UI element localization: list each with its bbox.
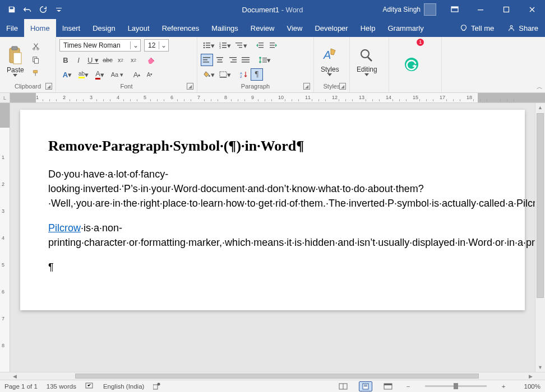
tab-layout[interactable]: Layout	[122, 19, 156, 37]
ribbon-display-options-icon[interactable]	[442, 0, 468, 19]
font-size-combo[interactable]: 12⌄	[144, 39, 169, 52]
minimize-button[interactable]	[468, 0, 493, 19]
grow-font-icon[interactable]: A▴	[131, 68, 143, 81]
scroll-left-icon[interactable]: ◀	[10, 374, 19, 379]
align-right-icon[interactable]	[227, 54, 239, 66]
horizontal-ruler[interactable]: 1234567891011121314151718	[10, 93, 545, 103]
svg-rect-23	[222, 47, 227, 48]
font-name-combo[interactable]: Times New Roman⌄	[59, 39, 141, 52]
language-indicator[interactable]: English (India)	[103, 383, 145, 390]
macro-recording-icon[interactable]	[153, 382, 161, 390]
copy-icon[interactable]	[30, 54, 42, 66]
font-dialog-launcher[interactable]: ◢	[187, 83, 193, 90]
bold-button[interactable]: B	[59, 54, 72, 66]
tell-me[interactable]: Tell me	[453, 19, 501, 37]
zoom-out-button[interactable]: −	[404, 383, 413, 390]
tab-references[interactable]: References	[156, 19, 205, 37]
underline-button[interactable]: U ▾	[85, 54, 101, 66]
decrease-indent-icon[interactable]	[254, 39, 266, 52]
redo-icon[interactable]	[36, 3, 50, 16]
account-user[interactable]: Aditya Singh	[383, 3, 436, 16]
document-name: Document1	[242, 6, 279, 14]
undo-icon[interactable]	[20, 3, 35, 16]
svg-rect-28	[258, 45, 264, 45]
svg-rect-65	[384, 384, 392, 385]
svg-point-54	[361, 50, 369, 58]
superscript-button[interactable]: x2	[127, 54, 140, 66]
increase-indent-icon[interactable]	[267, 39, 279, 52]
svg-rect-50	[220, 77, 227, 78]
line-spacing-icon[interactable]: ▾	[257, 54, 272, 66]
subscript-button[interactable]: x2	[114, 54, 127, 66]
print-layout-icon[interactable]	[359, 381, 372, 391]
cut-icon[interactable]	[30, 40, 42, 53]
tab-mailings[interactable]: Mailings	[205, 19, 244, 37]
chevron-down-icon: ⌄	[130, 41, 140, 49]
tab-design[interactable]: Design	[86, 19, 121, 37]
scroll-down-icon[interactable]: ▼	[535, 363, 545, 372]
svg-rect-24	[235, 43, 242, 43]
tab-file[interactable]: File	[0, 19, 24, 37]
tab-review[interactable]: Review	[244, 19, 281, 37]
paragraph-dialog-launcher[interactable]: ◢	[303, 83, 310, 90]
horizontal-scrollbar[interactable]: ◀ ▶	[0, 372, 545, 380]
clipboard-dialog-launcher[interactable]: ◢	[45, 83, 52, 90]
spellcheck-icon[interactable]	[85, 382, 94, 390]
borders-icon[interactable]: ▾	[217, 68, 233, 81]
word-count[interactable]: 135 words	[47, 383, 76, 390]
editing-label: Editing	[357, 66, 377, 73]
save-icon[interactable]	[4, 3, 19, 16]
tab-grammarly[interactable]: Grammarly	[381, 19, 429, 37]
align-left-icon[interactable]	[201, 54, 213, 66]
zoom-level[interactable]: 100%	[517, 383, 541, 390]
numbering-icon[interactable]: 123 ▾	[217, 39, 233, 52]
pilcrow-link[interactable]: Pilcrow	[48, 222, 81, 234]
shading-icon[interactable]: ▾	[201, 68, 216, 81]
svg-rect-57	[153, 385, 158, 389]
italic-button[interactable]: I	[72, 54, 85, 66]
shrink-font-icon[interactable]: A▾	[144, 68, 156, 81]
change-case-icon[interactable]: Aa ▾	[108, 68, 126, 81]
bullets-icon[interactable]: ▾	[201, 39, 216, 52]
font-color-icon[interactable]: A ▾	[92, 68, 108, 81]
scrollbar-thumb[interactable]	[537, 113, 544, 298]
paste-button[interactable]: Paste	[3, 39, 27, 83]
maximize-button[interactable]	[493, 0, 519, 19]
multilevel-list-icon[interactable]: ▾	[233, 39, 249, 52]
tab-home[interactable]: Home	[24, 19, 56, 37]
tab-help[interactable]: Help	[354, 19, 382, 37]
scroll-right-icon[interactable]: ▶	[526, 374, 535, 379]
document-body[interactable]: Remove·Paragraph·Symbol·(¶)·in·Word¶ Do·…	[48, 136, 497, 274]
strikethrough-button[interactable]: abc	[101, 54, 114, 66]
zoom-slider[interactable]	[425, 385, 487, 387]
tab-view[interactable]: View	[280, 19, 308, 37]
svg-rect-47	[262, 62, 267, 62]
user-avatar-icon	[424, 3, 436, 16]
justify-icon[interactable]	[239, 54, 252, 66]
scroll-up-icon[interactable]: ▲	[535, 103, 545, 112]
scrollbar-thumb[interactable]	[75, 374, 479, 379]
vertical-scrollbar[interactable]: ▲ ▼	[535, 103, 545, 372]
tab-insert[interactable]: Insert	[56, 19, 87, 37]
styles-button[interactable]: A Styles	[317, 39, 343, 83]
qat-customize-icon[interactable]	[52, 3, 66, 16]
clear-formatting-icon[interactable]	[145, 54, 158, 66]
sort-icon[interactable]: AZ	[238, 68, 250, 81]
format-painter-icon[interactable]	[30, 67, 42, 80]
zoom-in-button[interactable]: +	[499, 383, 508, 390]
web-layout-icon[interactable]	[381, 381, 395, 391]
show-hide-pilcrow-button[interactable]: ¶	[251, 68, 263, 81]
read-mode-icon[interactable]	[336, 381, 350, 391]
zoom-slider-knob[interactable]	[454, 383, 458, 389]
share-button[interactable]: Share	[501, 19, 545, 37]
close-button[interactable]	[519, 0, 545, 19]
vertical-ruler[interactable]: 12345678	[0, 103, 10, 372]
editing-button[interactable]: Editing	[353, 39, 381, 83]
collapse-ribbon-icon[interactable]: ︿	[537, 83, 543, 91]
tab-developer[interactable]: Developer	[308, 19, 354, 37]
highlight-color-icon[interactable]: ab ▾	[76, 68, 91, 81]
text-effects-icon[interactable]: A ▾	[59, 68, 75, 81]
align-center-icon[interactable]	[214, 54, 226, 66]
styles-dialog-launcher[interactable]: ◢	[339, 83, 346, 90]
page-indicator[interactable]: Page 1 of 1	[4, 383, 38, 390]
